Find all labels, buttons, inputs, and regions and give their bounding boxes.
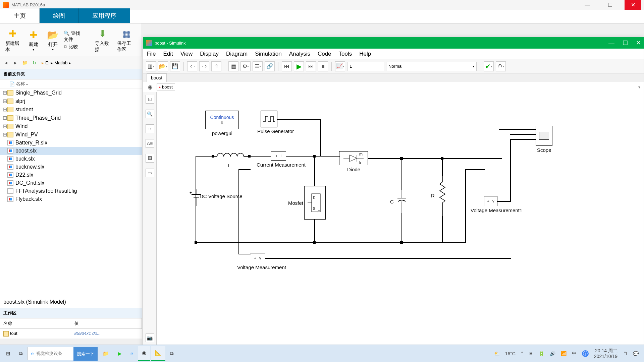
- menu-view[interactable]: View: [180, 51, 193, 57]
- model-explorer-button[interactable]: ☰: [253, 61, 263, 71]
- nav-up-button[interactable]: ⇧: [211, 61, 221, 71]
- file-item[interactable]: ⊞Wind: [0, 122, 142, 130]
- step-back-button[interactable]: ⏮: [282, 61, 292, 71]
- stop-button[interactable]: ■: [318, 61, 328, 71]
- address-path[interactable]: ▸ E:▸ Matlab▸: [42, 60, 71, 65]
- palette-image-icon[interactable]: 🖼: [146, 154, 154, 163]
- menu-diagram[interactable]: Diagram: [226, 51, 248, 57]
- search-button[interactable]: 搜索一下: [73, 347, 98, 361]
- taskbar-media[interactable]: ▶: [114, 346, 126, 361]
- file-item[interactable]: Battery_R.slx: [0, 139, 142, 147]
- tray-battery-icon[interactable]: 🔋: [539, 351, 544, 356]
- tab-apps[interactable]: 应用程序: [79, 8, 130, 23]
- file-item[interactable]: ⊞Three_Phase_Grid: [0, 114, 142, 122]
- block-capacitor[interactable]: [397, 189, 407, 214]
- new-script-button[interactable]: ✚新建脚本: [3, 27, 23, 53]
- taskbar-edge[interactable]: e: [126, 346, 137, 361]
- model-config-button[interactable]: ⚙: [240, 61, 251, 71]
- slk-minimize-button[interactable]: —: [608, 39, 614, 47]
- block-voltage-measurement[interactable]: + v: [250, 253, 265, 263]
- block-resistor[interactable]: [438, 176, 446, 217]
- menu-code[interactable]: Code: [318, 51, 331, 57]
- nav-forward-button[interactable]: ►: [11, 59, 19, 67]
- run-button[interactable]: ▶: [294, 61, 304, 71]
- slk-close-button[interactable]: ✕: [636, 39, 641, 47]
- save-workspace-button[interactable]: ▦保存工作区: [114, 27, 138, 53]
- step-forward-button[interactable]: ⏭: [306, 61, 316, 71]
- notes-icon[interactable]: 🗒: [623, 351, 628, 356]
- tray-wifi-icon[interactable]: 📶: [561, 351, 567, 356]
- menu-help[interactable]: Help: [359, 51, 371, 57]
- breadcrumb-root[interactable]: ▸boost: [157, 83, 175, 90]
- open-model-button[interactable]: 📂: [158, 61, 168, 71]
- library-browser-button[interactable]: ▦: [228, 61, 238, 71]
- weather-icon[interactable]: ⛅: [494, 351, 500, 356]
- taskbar-chrome[interactable]: ◉: [138, 346, 150, 361]
- simulation-time-input[interactable]: [347, 62, 384, 71]
- link-button[interactable]: 🔗: [265, 61, 275, 71]
- tray-volume-icon[interactable]: 🔊: [550, 351, 555, 356]
- file-item[interactable]: ⊞slprj: [0, 97, 142, 105]
- palette-fit-icon[interactable]: ⊡: [146, 95, 154, 104]
- signal-logging-button[interactable]: 📈: [335, 61, 345, 71]
- nav-back-button[interactable]: ◄: [2, 59, 10, 67]
- taskbar-search[interactable]: e 视觉检测设备 搜索一下: [28, 347, 98, 360]
- file-item[interactable]: FFTAnalysisToolResult.fig: [0, 187, 142, 195]
- stepping-options-button[interactable]: ⏲: [496, 61, 506, 71]
- menu-display[interactable]: Display: [200, 51, 219, 57]
- taskbar-clock[interactable]: 20:14 周二 2021/10/19: [594, 348, 618, 359]
- diagnostics-button[interactable]: ✔: [484, 61, 494, 71]
- tray-display-icon[interactable]: 🖥: [529, 351, 533, 356]
- taskbar-matlab[interactable]: 📐: [151, 346, 165, 361]
- block-scope[interactable]: [536, 126, 552, 146]
- palette-area-icon[interactable]: ▭: [146, 169, 154, 177]
- ws-name-col[interactable]: 名称: [0, 318, 71, 328]
- palette-zoom-icon[interactable]: 🔍: [146, 110, 154, 118]
- maximize-button[interactable]: ☐: [602, 0, 619, 10]
- slk-maximize-button[interactable]: ☐: [623, 39, 628, 47]
- import-data-button[interactable]: ⬇导入数据: [92, 27, 112, 53]
- file-item[interactable]: ⊞Wind_PV: [0, 130, 142, 139]
- ws-value-col[interactable]: 值: [71, 318, 142, 328]
- model-tab[interactable]: boost: [147, 73, 167, 82]
- new-button[interactable]: ✚新建▾: [25, 28, 42, 52]
- task-view-button[interactable]: ⧉: [15, 346, 27, 361]
- nav-refresh-button[interactable]: ↻: [30, 59, 38, 67]
- palette-nav-icon[interactable]: ↔: [146, 124, 154, 133]
- breadcrumb-nav-icon[interactable]: ◉: [147, 83, 154, 91]
- simulink-canvas[interactable]: Continuous ⇩ powergui Pulse Generator L: [157, 92, 644, 362]
- simulation-mode-select[interactable]: Normal▾: [386, 62, 477, 71]
- block-powergui[interactable]: Continuous ⇩: [205, 111, 239, 129]
- new-model-button[interactable]: ▥: [146, 61, 156, 71]
- file-item[interactable]: DC_Grid.slx: [0, 179, 142, 187]
- tray-ime-icon[interactable]: 中: [572, 351, 577, 357]
- open-button[interactable]: 📂打开▾: [44, 28, 62, 52]
- palette-screenshot-icon[interactable]: 📷: [146, 334, 154, 342]
- file-item[interactable]: Flyback.slx: [0, 195, 142, 203]
- compare-button[interactable]: ⧉ 比较: [64, 44, 84, 50]
- file-item[interactable]: boost.slx: [0, 147, 142, 155]
- block-current-measurement[interactable]: + i: [271, 151, 286, 161]
- menu-edit[interactable]: Edit: [163, 51, 173, 57]
- workspace-row[interactable]: tout 85934x1 do...: [0, 329, 142, 339]
- block-inductor[interactable]: [212, 153, 249, 162]
- close-button[interactable]: ✕: [625, 0, 641, 10]
- find-files-button[interactable]: 🔍 查找文件: [64, 31, 84, 43]
- file-item[interactable]: bucknew.slx: [0, 163, 142, 171]
- block-mosfet[interactable]: DSE: [304, 186, 326, 220]
- notifications-icon[interactable]: 💬: [633, 351, 639, 356]
- taskbar-app[interactable]: ⧉: [166, 346, 178, 361]
- block-voltage-measurement1[interactable]: + v: [484, 196, 497, 206]
- tab-home[interactable]: 主页: [0, 8, 40, 23]
- minimize-button[interactable]: —: [579, 0, 596, 10]
- menu-analysis[interactable]: Analysis: [289, 51, 310, 57]
- file-item[interactable]: D22.slx: [0, 171, 142, 179]
- nav-forward-button[interactable]: ⇨: [199, 61, 209, 71]
- tray-chevron-icon[interactable]: ˄: [521, 351, 523, 356]
- file-item[interactable]: ⊞Single_Phase_Grid: [0, 88, 142, 97]
- tray-app-icon[interactable]: ⓘ: [582, 350, 589, 357]
- block-diode[interactable]: [339, 151, 368, 165]
- block-pulse-generator[interactable]: [261, 111, 277, 127]
- menu-file[interactable]: File: [147, 51, 156, 57]
- start-button[interactable]: ⊞: [2, 346, 14, 361]
